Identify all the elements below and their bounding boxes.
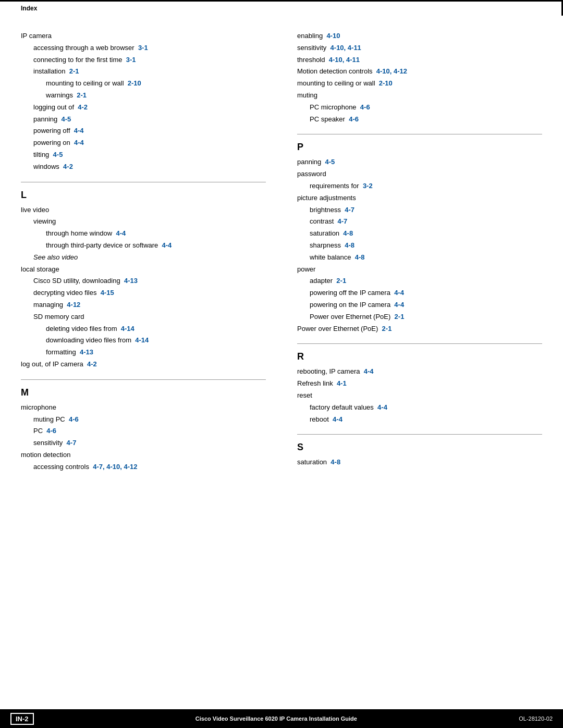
index-entry: live video — [21, 205, 266, 216]
index-entry: saturation 4-8 — [310, 228, 542, 239]
index-entry: installation 2-1 — [33, 66, 266, 77]
index-entry: sensitivity 4-10, 4-11 — [297, 43, 542, 54]
page-number: IN-2 — [10, 713, 34, 725]
index-entry: IP camera — [21, 31, 266, 42]
index-entry: brightness 4-7 — [310, 205, 542, 216]
index-entry: powering on the IP camera 4-4 — [310, 300, 542, 311]
index-entry: power — [297, 264, 542, 275]
index-entry: contrast 4-7 — [310, 216, 542, 227]
section-divider — [297, 434, 542, 435]
index-entry: warnings 2-1 — [46, 90, 266, 101]
index-entry: mounting to ceiling or wall 2-10 — [46, 78, 266, 89]
index-entry: SD memory card — [33, 312, 266, 323]
index-entry: threshold 4-10, 4-11 — [297, 55, 542, 66]
index-entry: deleting video files from 4-14 — [46, 324, 266, 335]
page: Index IP cameraaccessing through a web b… — [0, 0, 563, 728]
index-entry: panning 4-5 — [297, 157, 542, 168]
index-entry: through home window 4-4 — [46, 228, 266, 239]
index-label: Index — [21, 5, 37, 12]
section-divider — [297, 134, 542, 134]
section-header-p: P — [297, 142, 542, 153]
page-footer: IN-2 Cisco Video Surveillance 6020 IP Ca… — [0, 709, 563, 728]
index-entry: through third-party device or software 4… — [46, 240, 266, 251]
index-entry: Motion detection controls 4-10, 4-12 — [297, 66, 542, 77]
section-header-r: R — [297, 351, 542, 362]
index-entry: reboot 4-4 — [310, 414, 542, 425]
index-entry: enabling 4-10 — [297, 31, 542, 42]
index-entry: managing 4-12 — [33, 300, 266, 311]
index-entry: Cisco SD utility, downloading 4-13 — [33, 276, 266, 287]
index-entry: connecting to for the first time 3-1 — [33, 55, 266, 66]
section-header-s: S — [297, 442, 542, 453]
index-entry: powering off the IP camera 4-4 — [310, 288, 542, 299]
index-entry: local storage — [21, 264, 266, 275]
index-entry: viewing — [33, 216, 266, 227]
top-bar: Index — [0, 0, 563, 15]
index-entry: requirements for 3-2 — [310, 181, 542, 192]
index-entry: downloading video files from 4-14 — [46, 335, 266, 346]
index-entry: Power over Ethernet (PoE) 2-1 — [297, 324, 542, 335]
index-entry: PC speaker 4-6 — [310, 114, 542, 125]
index-entry: panning 4-5 — [33, 114, 266, 125]
left-column: IP cameraaccessing through a web browser… — [21, 31, 282, 474]
section-divider — [21, 379, 266, 380]
index-entry: microphone — [21, 402, 266, 413]
section-divider — [21, 182, 266, 182]
index-entry: accessing through a web browser 3-1 — [33, 43, 266, 54]
index-entry: PC 4-6 — [33, 426, 266, 437]
footer-title: Cisco Video Surveillance 6020 IP Camera … — [34, 715, 519, 722]
index-entry: tilting 4-5 — [33, 150, 266, 161]
index-entry: See also video — [33, 252, 266, 263]
section-header-l: L — [21, 190, 266, 201]
index-entry: sensitivity 4-7 — [33, 438, 266, 449]
index-entry: sharpness 4-8 — [310, 240, 542, 251]
index-entry: PC microphone 4-6 — [310, 102, 542, 113]
index-entry: factory default values 4-4 — [310, 402, 542, 413]
index-entry: logging out of 4-2 — [33, 102, 266, 113]
index-entry: password — [297, 169, 542, 180]
index-entry: windows 4-2 — [33, 162, 266, 172]
index-entry: white balance 4-8 — [310, 252, 542, 263]
index-entry: saturation 4-8 — [297, 457, 542, 468]
index-entry: accessing controls 4-7, 4-10, 4-12 — [33, 462, 266, 473]
main-content: IP cameraaccessing through a web browser… — [0, 15, 563, 505]
index-entry: rebooting, IP camera 4-4 — [297, 366, 542, 377]
index-entry: reset — [297, 390, 542, 401]
index-entry: muting PC 4-6 — [33, 414, 266, 425]
index-entry: mounting to ceiling or wall 2-10 — [297, 78, 542, 89]
index-entry: formatting 4-13 — [46, 347, 266, 358]
index-entry: motion detection — [21, 450, 266, 461]
footer-doc-number: OL-28120-02 — [519, 715, 553, 722]
index-entry: powering on 4-4 — [33, 138, 266, 149]
index-entry: picture adjustments — [297, 193, 542, 204]
index-entry: log out, of IP camera 4-2 — [21, 359, 266, 370]
section-header-m: M — [21, 387, 266, 398]
index-entry: decrypting video files 4-15 — [33, 288, 266, 299]
right-column: enabling 4-10sensitivity 4-10, 4-11thres… — [282, 31, 542, 474]
index-entry: powering off 4-4 — [33, 126, 266, 137]
index-entry: muting — [297, 90, 542, 101]
section-divider — [297, 343, 542, 344]
index-entry: adapter 2-1 — [310, 276, 542, 287]
index-entry: Refresh link 4-1 — [297, 378, 542, 389]
index-entry: Power over Ethernet (PoE) 2-1 — [310, 312, 542, 323]
